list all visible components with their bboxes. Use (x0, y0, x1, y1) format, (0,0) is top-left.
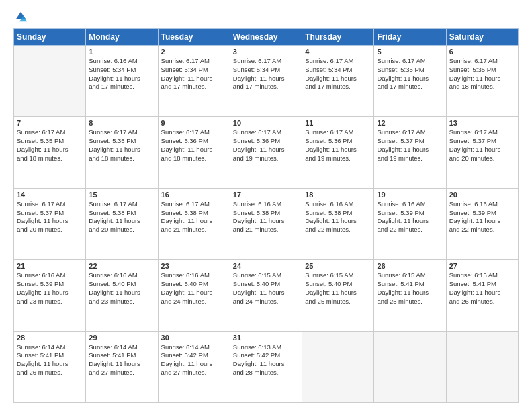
cell-info-line: Daylight: 11 hours (161, 217, 227, 226)
day-number: 10 (233, 119, 299, 127)
cell-info-line: Daylight: 11 hours (305, 75, 371, 83)
calendar-cell: 10Sunrise: 6:17 AMSunset: 5:36 PMDayligh… (230, 117, 302, 188)
day-number: 23 (161, 262, 227, 270)
cell-info-line: and 18 minutes. (449, 83, 515, 91)
day-number: 25 (305, 262, 371, 270)
cell-info-line: Sunset: 5:41 PM (377, 280, 443, 289)
cell-info-line: Sunset: 5:42 PM (233, 351, 299, 360)
calendar-week-row: 14Sunrise: 6:17 AMSunset: 5:37 PMDayligh… (14, 188, 519, 259)
cell-info-line: Sunset: 5:41 PM (17, 351, 83, 360)
cell-info-line: Daylight: 11 hours (161, 289, 227, 298)
cell-info-line: Sunrise: 6:17 AM (17, 200, 83, 209)
cell-info-line: Sunset: 5:40 PM (161, 280, 227, 289)
cell-info-line: and 18 minutes. (161, 154, 227, 163)
cell-info-line: Sunrise: 6:17 AM (17, 128, 83, 137)
cell-info-line: Daylight: 11 hours (449, 146, 515, 154)
page: SundayMondayTuesdayWednesdayThursdayFrid… (0, 0, 532, 411)
day-number: 7 (17, 119, 83, 127)
cell-info-line: Daylight: 11 hours (17, 146, 83, 154)
cell-info-line: Daylight: 11 hours (377, 289, 443, 298)
cell-info-line: Sunrise: 6:17 AM (233, 128, 299, 137)
day-number: 27 (449, 262, 515, 270)
cell-info-line: Sunset: 5:35 PM (17, 137, 83, 146)
cell-info-line: and 20 minutes. (449, 154, 515, 163)
logo-icon (15, 11, 27, 23)
cell-info-line: Sunrise: 6:15 AM (449, 271, 515, 280)
cell-info-line: Sunrise: 6:14 AM (17, 343, 83, 352)
cell-info-line: Sunset: 5:38 PM (161, 209, 227, 218)
calendar-cell: 29Sunrise: 6:14 AMSunset: 5:41 PMDayligh… (86, 331, 158, 402)
cell-info-line: Daylight: 11 hours (233, 75, 299, 83)
logo (13, 11, 27, 23)
calendar-cell (302, 331, 374, 402)
calendar-cell: 3Sunrise: 6:17 AMSunset: 5:34 PMDaylight… (230, 46, 302, 117)
cell-info-line: Sunset: 5:34 PM (89, 66, 154, 75)
cell-info-line: Sunset: 5:35 PM (449, 66, 515, 75)
cell-info-line: Daylight: 11 hours (17, 360, 83, 369)
cell-info-line: Sunrise: 6:16 AM (89, 271, 154, 280)
cell-info-line: Daylight: 11 hours (233, 217, 299, 226)
weekday-header: Saturday (446, 29, 518, 46)
cell-info-line: and 23 minutes. (89, 298, 154, 306)
cell-info-line: Daylight: 11 hours (233, 146, 299, 154)
calendar-week-row: 7Sunrise: 6:17 AMSunset: 5:35 PMDaylight… (14, 117, 519, 188)
cell-info-line: Sunrise: 6:15 AM (233, 271, 299, 280)
cell-info-line: Sunset: 5:34 PM (305, 66, 371, 75)
day-number: 4 (305, 48, 371, 56)
calendar-cell: 28Sunrise: 6:14 AMSunset: 5:41 PMDayligh… (14, 331, 86, 402)
cell-info-line: Daylight: 11 hours (89, 217, 154, 226)
cell-info-line: Sunrise: 6:16 AM (233, 200, 299, 209)
calendar-week-row: 28Sunrise: 6:14 AMSunset: 5:41 PMDayligh… (14, 331, 519, 402)
cell-info-line: Sunset: 5:36 PM (161, 137, 227, 146)
day-number: 24 (233, 262, 299, 270)
cell-info-line: Sunrise: 6:17 AM (233, 57, 299, 66)
cell-info-line: Daylight: 11 hours (449, 289, 515, 298)
calendar-cell: 19Sunrise: 6:16 AMSunset: 5:39 PMDayligh… (374, 188, 446, 259)
cell-info-line: and 22 minutes. (377, 226, 443, 234)
day-number: 28 (17, 334, 83, 342)
cell-info-line: Sunrise: 6:17 AM (89, 200, 154, 209)
day-number: 5 (377, 48, 443, 56)
cell-info-line: Sunrise: 6:17 AM (161, 128, 227, 137)
cell-info-line: and 24 minutes. (161, 298, 227, 306)
cell-info-line: Sunset: 5:40 PM (89, 280, 154, 289)
cell-info-line: and 21 minutes. (233, 226, 299, 234)
day-number: 6 (449, 48, 515, 56)
cell-info-line: Daylight: 11 hours (305, 289, 371, 298)
cell-info-line: and 20 minutes. (17, 226, 83, 234)
cell-info-line: Daylight: 11 hours (305, 217, 371, 226)
cell-info-line: and 21 minutes. (161, 226, 227, 234)
cell-info-line: and 28 minutes. (233, 369, 299, 377)
calendar-cell: 14Sunrise: 6:17 AMSunset: 5:37 PMDayligh… (14, 188, 86, 259)
cell-info-line: Sunrise: 6:16 AM (89, 57, 154, 66)
cell-info-line: Daylight: 11 hours (89, 360, 154, 369)
calendar-cell: 31Sunrise: 6:13 AMSunset: 5:42 PMDayligh… (230, 331, 302, 402)
calendar-cell: 9Sunrise: 6:17 AMSunset: 5:36 PMDaylight… (158, 117, 230, 188)
cell-info-line: Sunset: 5:38 PM (233, 209, 299, 218)
weekday-header: Wednesday (230, 29, 302, 46)
cell-info-line: Daylight: 11 hours (449, 217, 515, 226)
cell-info-line: Sunset: 5:37 PM (17, 209, 83, 218)
cell-info-line: Daylight: 11 hours (161, 146, 227, 154)
cell-info-line: and 27 minutes. (161, 369, 227, 377)
cell-info-line: Sunrise: 6:15 AM (377, 271, 443, 280)
calendar-cell: 22Sunrise: 6:16 AMSunset: 5:40 PMDayligh… (86, 260, 158, 331)
cell-info-line: Sunset: 5:41 PM (89, 351, 154, 360)
calendar-cell: 20Sunrise: 6:16 AMSunset: 5:39 PMDayligh… (446, 188, 518, 259)
day-number: 15 (89, 191, 154, 199)
day-number: 29 (89, 334, 154, 342)
day-number: 9 (161, 119, 227, 127)
cell-info-line: Sunrise: 6:16 AM (449, 200, 515, 209)
cell-info-line: and 22 minutes. (449, 226, 515, 234)
cell-info-line: Sunset: 5:38 PM (305, 209, 371, 218)
cell-info-line: and 17 minutes. (233, 83, 299, 91)
cell-info-line: Daylight: 11 hours (161, 75, 227, 83)
calendar-cell: 12Sunrise: 6:17 AMSunset: 5:37 PMDayligh… (374, 117, 446, 188)
cell-info-line: Sunrise: 6:17 AM (377, 128, 443, 137)
calendar-cell: 15Sunrise: 6:17 AMSunset: 5:38 PMDayligh… (86, 188, 158, 259)
cell-info-line: Daylight: 11 hours (233, 360, 299, 369)
weekday-header: Tuesday (158, 29, 230, 46)
cell-info-line: Sunset: 5:41 PM (449, 280, 515, 289)
cell-info-line: Sunrise: 6:17 AM (449, 128, 515, 137)
calendar-cell: 25Sunrise: 6:15 AMSunset: 5:40 PMDayligh… (302, 260, 374, 331)
